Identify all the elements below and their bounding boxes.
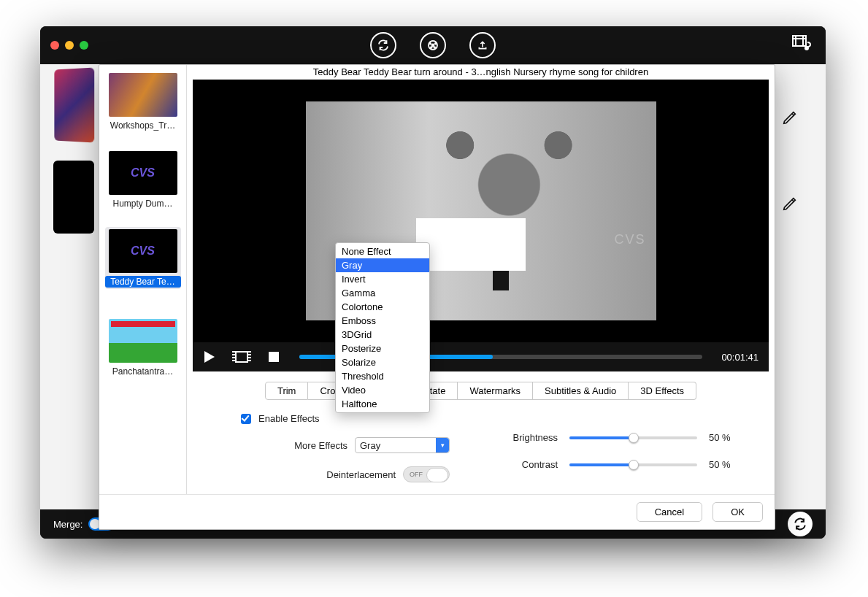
sheet-footer: Cancel OK <box>99 494 775 529</box>
svg-point-4 <box>431 47 432 48</box>
background-thumb-column <box>40 64 93 509</box>
video-player: CVS <box>193 80 769 342</box>
convert-tab-icon[interactable] <box>370 32 396 58</box>
share-tab-icon[interactable] <box>469 32 496 58</box>
clip-item[interactable]: Workshops_Tr… <box>105 71 181 133</box>
preview-column: Teddy Bear Teddy Bear turn around - 3…ng… <box>187 65 775 494</box>
convert-button[interactable] <box>788 512 813 536</box>
more-effects-select[interactable]: Gray ▾ <box>355 437 450 453</box>
download-tab-icon[interactable] <box>420 32 446 58</box>
effects-dropdown-item[interactable]: Invert <box>336 272 429 286</box>
brightness-slider[interactable] <box>569 436 697 439</box>
contrast-label: Contrast <box>501 459 558 470</box>
window-controls <box>50 41 88 50</box>
clip-label: Workshops_Tr… <box>105 120 181 131</box>
chevron-down-icon: ▾ <box>436 438 449 452</box>
clip-list: Workshops_Tr… CVS Humpty Dum… CVS Teddy … <box>99 65 187 494</box>
clip-thumbnail <box>109 319 177 363</box>
clip-thumbnail <box>109 73 177 117</box>
stop-icon[interactable] <box>267 350 280 363</box>
clip-thumbnail: CVS <box>109 151 177 195</box>
edit-tabs: Trim Crop Effects Rotate Watermarks Subt… <box>187 382 775 400</box>
effects-dropdown-item[interactable]: Gray <box>336 258 429 272</box>
close-window-icon[interactable] <box>50 41 59 50</box>
deinterlacement-label: Deinterlacement <box>326 469 396 480</box>
svg-rect-6 <box>793 36 806 46</box>
media-queue-icon[interactable] <box>792 35 811 55</box>
effects-dropdown-item[interactable]: Posterize <box>336 342 429 355</box>
clip-item-selected[interactable]: CVS Teddy Bear Te… <box>105 227 181 289</box>
effects-dropdown-item[interactable]: Halftone <box>336 397 429 411</box>
deinterlacement-value: OFF <box>410 471 423 478</box>
svg-point-3 <box>435 43 437 45</box>
effects-dropdown: None EffectGrayInvertGammaColortoneEmbos… <box>335 242 430 413</box>
effects-dropdown-item[interactable]: Gamma <box>336 286 429 300</box>
contrast-value: 50 % <box>709 459 745 470</box>
titlebar <box>40 26 826 64</box>
effects-dropdown-item[interactable]: None Effect <box>336 244 429 258</box>
more-effects-value: Gray <box>360 440 380 451</box>
clip-label: Humpty Dum… <box>105 198 181 209</box>
effects-dropdown-item[interactable]: Threshold <box>336 369 429 383</box>
brightness-label: Brightness <box>501 432 558 443</box>
edit-icon[interactable] <box>782 109 798 126</box>
svg-point-7 <box>805 47 808 50</box>
video-watermark: CVS <box>614 232 645 247</box>
deinterlacement-toggle[interactable]: OFF <box>403 466 450 482</box>
file-title: Teddy Bear Teddy Bear turn around - 3…ng… <box>187 65 775 80</box>
snapshot-icon[interactable] <box>235 350 248 363</box>
tab-subtitles-audio[interactable]: Subtitles & Audio <box>533 382 629 400</box>
enable-effects-label: Enable Effects <box>258 413 320 424</box>
effects-panel: Enable Effects More Effects Gray ▾ Deint… <box>187 400 775 482</box>
clip-thumbnail: CVS <box>109 229 177 273</box>
clip-label: Panchatantra… <box>105 366 181 377</box>
zoom-window-icon[interactable] <box>80 41 88 50</box>
edit-icon[interactable] <box>782 196 798 212</box>
effects-dropdown-item[interactable]: Colortone <box>336 300 429 314</box>
svg-point-1 <box>432 45 434 47</box>
merge-label: Merge: <box>53 519 82 530</box>
time-display: 00:01:41 <box>721 352 758 363</box>
ok-button[interactable]: OK <box>713 502 763 522</box>
effects-dropdown-item[interactable]: 3DGrid <box>336 328 429 342</box>
tab-3d-effects[interactable]: 3D Effects <box>629 382 696 400</box>
minimize-window-icon[interactable] <box>65 41 74 50</box>
play-icon[interactable] <box>203 350 216 363</box>
cancel-button[interactable]: Cancel <box>637 502 702 522</box>
clip-item[interactable]: Panchatantra… <box>105 317 181 379</box>
svg-point-2 <box>429 43 431 45</box>
contrast-slider[interactable] <box>569 463 697 466</box>
svg-point-5 <box>434 47 435 48</box>
edit-sheet: Workshops_Tr… CVS Humpty Dum… CVS Teddy … <box>99 64 775 530</box>
more-effects-label: More Effects <box>294 440 347 451</box>
clip-item[interactable]: CVS Humpty Dum… <box>105 149 181 211</box>
tab-watermarks[interactable]: Watermarks <box>458 382 533 400</box>
effects-dropdown-item[interactable]: Video <box>336 383 429 397</box>
bg-thumb[interactable] <box>53 161 94 234</box>
player-controls: 00:01:41 <box>193 342 769 371</box>
clip-label: Teddy Bear Te… <box>105 276 181 288</box>
brightness-value: 50 % <box>709 432 745 443</box>
effects-dropdown-item[interactable]: Emboss <box>336 314 429 328</box>
enable-effects-checkbox[interactable] <box>241 414 251 424</box>
tab-trim[interactable]: Trim <box>265 382 309 400</box>
effects-dropdown-item[interactable]: Solarize <box>336 355 429 369</box>
bg-thumb[interactable] <box>54 68 94 143</box>
